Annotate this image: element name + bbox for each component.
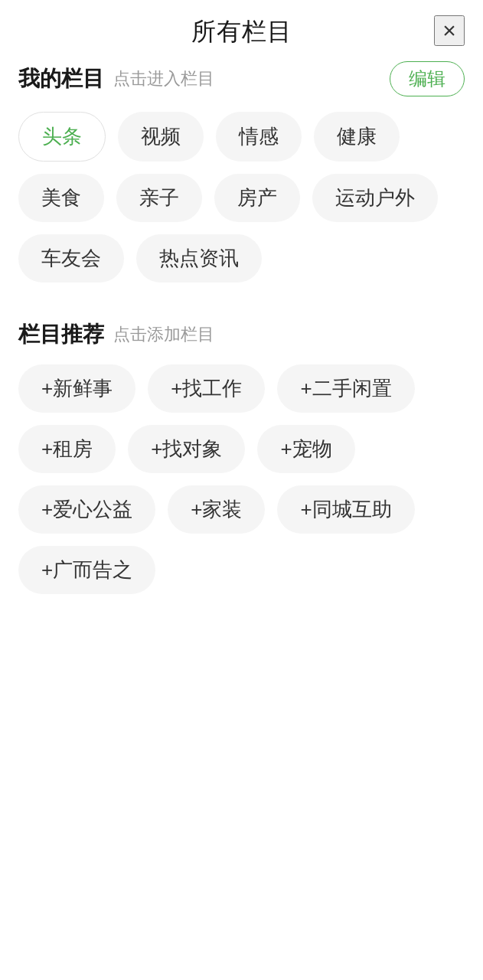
recommend-tags-grid: +新鲜事+找工作+二手闲置+租房+找对象+宠物+爱心公益+家装+同城互助+广而告…	[18, 364, 465, 594]
recommend-tag-5[interactable]: +宠物	[257, 425, 354, 473]
section-divider	[0, 301, 483, 302]
recommend-section-title: 栏目推荐	[18, 320, 104, 349]
page-title: 所有栏目	[191, 15, 292, 49]
recommend-section: 栏目推荐 点击添加栏目 +新鲜事+找工作+二手闲置+租房+找对象+宠物+爱心公益…	[0, 320, 483, 594]
close-button[interactable]: ×	[434, 15, 465, 46]
my-tags-grid: 头条视频情感健康美食亲子房产运动户外车友会热点资讯	[18, 112, 465, 283]
my-tag-1[interactable]: 视频	[118, 112, 204, 162]
my-section-title: 我的栏目	[18, 64, 104, 93]
header: 所有栏目 ×	[0, 0, 483, 61]
recommend-tag-9[interactable]: +广而告之	[18, 546, 155, 594]
my-tag-0[interactable]: 头条	[18, 112, 106, 162]
my-section-header: 我的栏目 点击进入栏目 编辑	[18, 61, 465, 96]
recommend-tag-7[interactable]: +家装	[168, 485, 265, 534]
recommend-tag-6[interactable]: +爱心公益	[18, 485, 155, 534]
my-section-subtitle: 点击进入栏目	[113, 67, 214, 90]
recommend-tag-0[interactable]: +新鲜事	[18, 364, 135, 413]
my-tag-3[interactable]: 健康	[314, 112, 400, 162]
recommend-tag-3[interactable]: +租房	[18, 425, 116, 473]
recommend-section-header: 栏目推荐 点击添加栏目	[18, 320, 465, 349]
page-container: 所有栏目 × 我的栏目 点击进入栏目 编辑 头条视频情感健康美食亲子房产运动户外…	[0, 0, 483, 980]
recommend-tag-1[interactable]: +找工作	[148, 364, 265, 413]
my-tag-7[interactable]: 运动户外	[312, 174, 438, 222]
recommend-section-subtitle: 点击添加栏目	[113, 323, 214, 346]
recommend-tag-2[interactable]: +二手闲置	[277, 364, 414, 413]
my-tag-6[interactable]: 房产	[214, 174, 300, 222]
my-tag-8[interactable]: 车友会	[18, 234, 124, 283]
my-tag-9[interactable]: 热点资讯	[136, 234, 262, 283]
recommend-tag-4[interactable]: +找对象	[128, 425, 245, 473]
my-section: 我的栏目 点击进入栏目 编辑 头条视频情感健康美食亲子房产运动户外车友会热点资讯	[0, 61, 483, 283]
edit-button[interactable]: 编辑	[390, 61, 465, 96]
recommend-tag-8[interactable]: +同城互助	[277, 485, 414, 534]
my-tag-5[interactable]: 亲子	[116, 174, 202, 222]
my-tag-4[interactable]: 美食	[18, 174, 104, 222]
my-tag-2[interactable]: 情感	[216, 112, 302, 162]
